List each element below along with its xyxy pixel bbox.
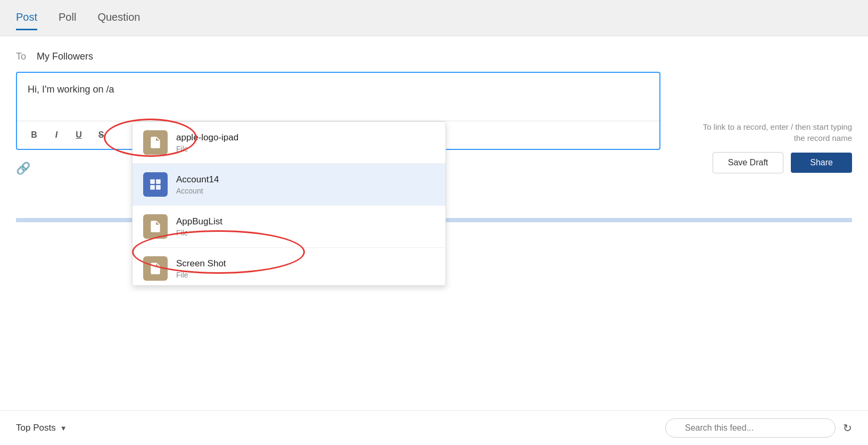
tab-bar: Post Poll Question bbox=[0, 0, 868, 36]
to-value: My Followers bbox=[37, 51, 93, 62]
main-container: Post Poll Question To My Followers Hi, I… bbox=[0, 0, 868, 445]
item-type: File bbox=[176, 271, 226, 279]
refresh-button[interactable]: ↻ bbox=[843, 422, 852, 434]
list-item[interactable]: Screen Shot File bbox=[133, 248, 445, 286]
item-name: Account14 bbox=[176, 174, 219, 185]
action-buttons: Save Draft Share bbox=[713, 152, 852, 173]
svg-rect-6 bbox=[153, 227, 158, 228]
chevron-down-icon: ▼ bbox=[60, 424, 67, 432]
top-posts-button[interactable]: Top Posts ▼ bbox=[16, 423, 67, 433]
item-type: Account bbox=[176, 187, 219, 195]
item-type: File bbox=[176, 229, 222, 237]
search-feed-input[interactable] bbox=[665, 418, 836, 438]
to-label: To bbox=[16, 51, 26, 62]
bold-button[interactable]: B bbox=[24, 125, 44, 145]
item-name: AppBugList bbox=[176, 216, 222, 227]
editor-content: Hi, I'm working on /a bbox=[28, 84, 114, 95]
tab-post[interactable]: Post bbox=[16, 6, 37, 30]
editor-text-area[interactable]: Hi, I'm working on /a bbox=[17, 73, 659, 121]
content-area: To My Followers Hi, I'm working on /a B … bbox=[0, 36, 868, 410]
item-type: File bbox=[176, 145, 238, 153]
italic-button[interactable]: I bbox=[47, 125, 66, 145]
autocomplete-list: apple-logo-ipad File bbox=[133, 122, 445, 286]
account-icon bbox=[143, 172, 168, 197]
item-name: apple-logo-ipad bbox=[176, 132, 238, 143]
file-icon bbox=[143, 214, 168, 239]
list-item[interactable]: apple-logo-ipad File bbox=[133, 122, 445, 164]
file-icon bbox=[143, 130, 168, 155]
item-text: apple-logo-ipad File bbox=[176, 132, 238, 153]
svg-rect-3 bbox=[156, 179, 161, 184]
underline-button[interactable]: U bbox=[69, 125, 88, 145]
hint-text: To link to a record, enter / then start … bbox=[692, 121, 852, 144]
search-wrapper: 🔍 bbox=[665, 418, 836, 438]
tab-question[interactable]: Question bbox=[97, 6, 140, 30]
top-posts-label: Top Posts bbox=[16, 423, 56, 433]
svg-rect-2 bbox=[150, 179, 155, 184]
to-line: To My Followers bbox=[16, 51, 852, 62]
svg-rect-7 bbox=[153, 229, 157, 230]
share-button[interactable]: Share bbox=[791, 153, 852, 173]
svg-rect-4 bbox=[150, 185, 155, 190]
save-draft-button[interactable]: Save Draft bbox=[713, 152, 784, 173]
strikethrough-button[interactable]: S bbox=[92, 125, 111, 145]
top-posts-area: Top Posts ▼ bbox=[16, 423, 67, 433]
item-text: Screen Shot File bbox=[176, 258, 226, 279]
search-feed-area: 🔍 ↻ bbox=[665, 418, 852, 438]
svg-rect-0 bbox=[153, 143, 158, 144]
list-item[interactable]: Account14 Account bbox=[133, 164, 445, 206]
item-text: AppBugList File bbox=[176, 216, 222, 237]
link-icon[interactable]: 🔗 bbox=[16, 162, 30, 175]
list-item[interactable]: AppBugList File bbox=[133, 206, 445, 248]
bottom-bar: Top Posts ▼ 🔍 ↻ bbox=[0, 410, 868, 445]
right-panel: To link to a record, enter / then start … bbox=[692, 121, 852, 173]
svg-rect-5 bbox=[156, 185, 161, 190]
item-text: Account14 Account bbox=[176, 174, 219, 195]
svg-rect-1 bbox=[153, 145, 157, 146]
file-icon bbox=[143, 256, 168, 281]
tab-poll[interactable]: Poll bbox=[59, 6, 76, 30]
autocomplete-dropdown: apple-logo-ipad File bbox=[132, 121, 446, 286]
item-name: Screen Shot bbox=[176, 258, 226, 269]
